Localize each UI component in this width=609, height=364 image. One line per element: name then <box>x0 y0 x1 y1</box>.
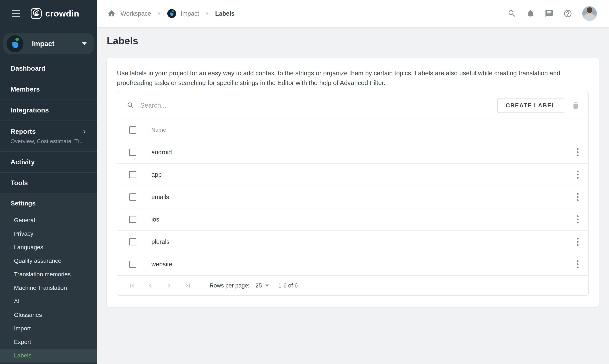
search-icon <box>127 102 135 109</box>
search-icon[interactable] <box>507 9 516 18</box>
settings-header: Settings <box>0 193 97 213</box>
table-row: android <box>117 141 588 163</box>
sidebar-settings-item-label: Machine Translation <box>14 285 67 291</box>
brand-name[interactable]: crowdin <box>45 9 79 19</box>
previous-page-icon[interactable] <box>146 282 155 290</box>
table-row: ios <box>117 208 588 230</box>
rows-per-page-select[interactable]: 25 <box>255 282 269 289</box>
rows-per-page-label: Rows per page: <box>210 282 250 289</box>
sidebar-settings-item[interactable]: Privacy <box>0 227 97 241</box>
sidebar-settings-item[interactable]: General <box>0 213 97 227</box>
label-name: android <box>151 149 172 156</box>
sidebar-settings-item-label: Languages <box>14 244 43 251</box>
row-menu-kebab-icon[interactable] <box>573 236 582 247</box>
row-menu-kebab-icon[interactable] <box>573 214 582 225</box>
next-page-icon[interactable] <box>165 282 173 290</box>
sidebar-nav-item[interactable]: Tools <box>0 172 97 193</box>
row-menu-kebab-icon[interactable] <box>573 192 582 203</box>
labels-table: CREATE LABEL Name android <box>117 92 589 296</box>
first-page-icon[interactable] <box>128 282 136 290</box>
sidebar-settings-item[interactable]: AI <box>0 295 97 308</box>
row-checkbox[interactable] <box>129 261 136 268</box>
sidebar-settings-item[interactable]: Translation memories <box>0 268 97 281</box>
topbar: Workspace <box>97 0 609 27</box>
user-avatar[interactable] <box>582 6 597 21</box>
topbar-icons <box>507 6 597 21</box>
sidebar-nav-item-label: Tools <box>11 179 28 187</box>
crowdin-logo-icon[interactable] <box>30 8 42 19</box>
sidebar-settings-item-label: General <box>14 217 35 224</box>
project-avatar <box>167 9 176 18</box>
chevron-right-icon <box>204 10 211 17</box>
sidebar-nav-item-subtitle: Overview, Cost estimate, Transl... <box>11 138 88 144</box>
sidebar-settings-item[interactable]: Labels <box>0 349 97 362</box>
breadcrumb-item[interactable]: Labels <box>204 10 235 17</box>
sidebar-settings-item[interactable]: Quality assurance <box>0 254 97 268</box>
chevron-down-icon <box>82 42 87 45</box>
sidebar-nav-item[interactable]: Activity <box>0 151 97 172</box>
labels-card: Use labels in your project for an easy w… <box>107 58 599 307</box>
label-name: emails <box>151 194 169 201</box>
brand-row: crowdin <box>0 0 97 27</box>
create-label-button[interactable]: CREATE LABEL <box>497 98 564 113</box>
project-selector[interactable]: Impact <box>3 33 94 54</box>
label-name: ios <box>151 216 159 223</box>
row-menu-kebab-icon[interactable] <box>573 169 582 180</box>
breadcrumb-label: Workspace <box>120 10 151 17</box>
settings-items: General Privacy Languages Quality assura… <box>0 213 97 362</box>
label-name: app <box>151 171 161 178</box>
breadcrumb: Workspace <box>107 9 235 18</box>
breadcrumb-item[interactable]: Impact <box>156 9 199 18</box>
sidebar: crowdin Impact Dashboard <box>0 0 97 364</box>
sidebar-nav: Dashboard Members <box>0 58 97 193</box>
breadcrumb-item[interactable]: Workspace <box>120 10 151 17</box>
pagination-bar: Rows per page: 25 1-6 of 6 <box>117 275 588 296</box>
sidebar-settings-item-label: Privacy <box>14 230 33 237</box>
sidebar-nav-item-label: Reports <box>11 128 36 135</box>
project-avatar <box>7 35 24 52</box>
row-menu-kebab-icon[interactable] <box>573 147 582 158</box>
breadcrumb-label: Impact <box>181 10 199 17</box>
home-icon[interactable] <box>107 9 116 18</box>
sidebar-settings-item[interactable]: Glossaries <box>0 308 97 322</box>
chevron-down-icon <box>265 285 269 287</box>
messages-chat-icon[interactable] <box>545 9 554 18</box>
chevron-right-icon <box>81 128 88 135</box>
table-row: app <box>117 163 588 186</box>
labels-description: Use labels in your project for an easy w… <box>117 68 580 88</box>
project-name: Impact <box>32 40 54 48</box>
row-checkbox[interactable] <box>129 194 136 201</box>
sidebar-settings-item-label: Import <box>14 325 31 332</box>
last-page-icon[interactable] <box>184 282 192 290</box>
search-input[interactable] <box>140 102 497 109</box>
sidebar-settings-item[interactable]: Export <box>0 335 97 349</box>
sidebar-nav-item-label: Integrations <box>11 106 49 114</box>
sidebar-settings-item-label: Glossaries <box>14 312 42 318</box>
menu-hamburger-icon[interactable] <box>12 10 20 17</box>
sidebar-nav-item-label: Members <box>11 86 40 93</box>
row-checkbox[interactable] <box>129 216 136 223</box>
delete-trash-icon[interactable] <box>571 101 580 110</box>
row-checkbox[interactable] <box>129 171 136 178</box>
sidebar-settings-item-label: Translation memories <box>14 271 71 278</box>
sidebar-nav-item[interactable]: Integrations <box>0 100 97 120</box>
row-menu-kebab-icon[interactable] <box>573 259 582 270</box>
sidebar-nav-item-label: Dashboard <box>11 65 45 72</box>
sidebar-settings-item[interactable]: Machine Translation <box>0 281 97 295</box>
page-content: Labels Use labels in your project for an… <box>97 27 609 364</box>
sidebar-nav-item[interactable]: Dashboard <box>0 58 97 79</box>
sidebar-nav-item[interactable]: Members <box>0 79 97 100</box>
row-checkbox[interactable] <box>129 238 136 246</box>
pagination-range: 1-6 of 6 <box>278 282 298 289</box>
table-row: emails <box>117 186 588 208</box>
help-icon[interactable] <box>563 9 572 18</box>
sidebar-settings-item[interactable]: Import <box>0 322 97 335</box>
notifications-bell-icon[interactable] <box>526 9 535 18</box>
select-all-checkbox[interactable] <box>129 126 136 134</box>
row-checkbox[interactable] <box>129 149 136 156</box>
table-row: website <box>117 253 588 275</box>
breadcrumb-label: Labels <box>215 10 235 17</box>
sidebar-settings-item[interactable]: Languages <box>0 241 97 254</box>
table-header: Name <box>117 118 588 141</box>
sidebar-nav-item[interactable]: Reports Overview, Cost estimate, Transl.… <box>0 120 97 151</box>
